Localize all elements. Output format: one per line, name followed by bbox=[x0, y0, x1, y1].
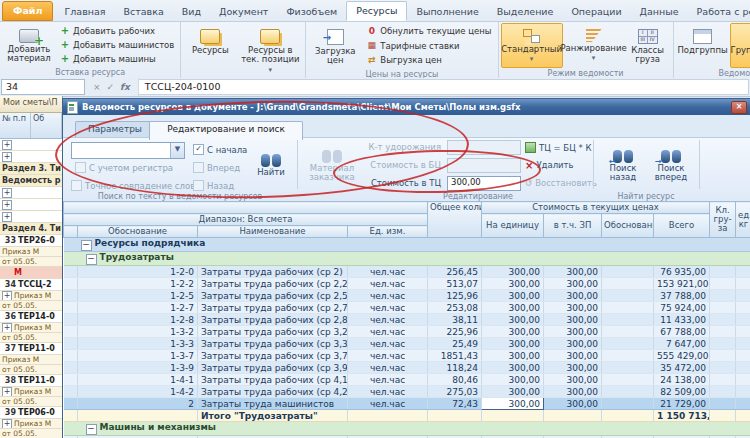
cell-qty[interactable]: 256,45 bbox=[428, 266, 482, 278]
estimate-row-entry[interactable]: 36ТЕР14-0 bbox=[0, 311, 62, 323]
row-gutter[interactable] bbox=[64, 350, 78, 362]
table-row[interactable]: 1-2-7Затраты труда рабочих (ср 2,7)чел.ч… bbox=[64, 302, 750, 314]
estimate-row-entry[interactable]: 33ТЕР26-0 bbox=[0, 235, 62, 247]
add-machines-button[interactable]: +Добавить машины bbox=[58, 54, 176, 64]
cell-qty[interactable]: 1851,43 bbox=[428, 350, 482, 362]
collapse-minus-icon[interactable]: − bbox=[86, 424, 97, 435]
ribbon-tab-Главная[interactable]: Главная bbox=[55, 3, 114, 21]
cell-name[interactable]: Затраты труда рабочих (ср 2,2) bbox=[198, 278, 348, 290]
row-gutter[interactable] bbox=[64, 266, 78, 278]
row-gutter[interactable] bbox=[64, 290, 78, 302]
cell-qty[interactable]: 275,03 bbox=[428, 386, 482, 398]
estimate-row-entry[interactable]: 38ТЕР11-0 bbox=[0, 375, 62, 387]
table-row[interactable]: 1-3-2Затраты труда рабочих (ср 3,2)чел.ч… bbox=[64, 326, 750, 338]
cell-price-just[interactable] bbox=[602, 374, 654, 386]
cell-unit[interactable]: чел.час bbox=[348, 338, 428, 350]
cell-code[interactable]: 1-3-9 bbox=[78, 362, 198, 374]
cell-total[interactable]: 37 788,00 bbox=[654, 290, 710, 302]
estimate-row-sub[interactable]: от 05.05. bbox=[0, 257, 62, 267]
cell-cargo[interactable] bbox=[710, 362, 736, 374]
row-gutter[interactable] bbox=[64, 326, 78, 338]
table-row[interactable]: 1-3-9Затраты труда рабочих (ср 3,9)чел.ч… bbox=[64, 362, 750, 374]
cell-qty[interactable]: 25,49 bbox=[428, 338, 482, 350]
cell-price-just[interactable] bbox=[602, 302, 654, 314]
cell-name[interactable]: Затраты труда рабочих (ср 2,5) bbox=[198, 290, 348, 302]
cell-price-just[interactable] bbox=[602, 398, 654, 410]
cell-total[interactable]: 21 729,00 bbox=[654, 398, 710, 410]
cell-cargo[interactable] bbox=[710, 278, 736, 290]
cell-mass[interactable] bbox=[736, 386, 750, 398]
cancel-entry-icon[interactable]: × bbox=[93, 82, 101, 92]
cell-unit[interactable]: чел.час bbox=[348, 398, 428, 410]
cargo-classes-button[interactable]: IIIIIIIV Классы груза bbox=[625, 23, 671, 68]
cell-unit[interactable]: чел.час bbox=[348, 386, 428, 398]
estimate-row-sub[interactable]: от 05.05. bbox=[0, 397, 62, 407]
search-forward-button[interactable]: → Поиск вперед bbox=[649, 140, 693, 192]
estimate-row-plus[interactable]: + bbox=[0, 139, 62, 151]
estimate-row-sub[interactable]: от 05.05. bbox=[0, 333, 62, 343]
cell-total[interactable]: 7 647,00 bbox=[654, 338, 710, 350]
ribbon-tab-Выполнение[interactable]: Выполнение bbox=[407, 3, 487, 21]
customer-material-button[interactable]: Материал заказчика bbox=[305, 140, 359, 192]
table-row[interactable]: 1-4-1Затраты труда рабочих (ср 4,1)чел.ч… bbox=[64, 374, 750, 386]
cell-per-unit[interactable]: 300,00 bbox=[482, 266, 544, 278]
exact-match-checkbox[interactable]: Точное совпадение слов bbox=[71, 180, 195, 191]
cell-mass[interactable] bbox=[736, 266, 750, 278]
cell-zp[interactable]: 300,00 bbox=[544, 338, 602, 350]
cell-mass[interactable] bbox=[736, 338, 750, 350]
header-unit-mass[interactable]: ед. кг bbox=[736, 202, 750, 238]
cell-qty[interactable]: 38,11 bbox=[428, 314, 482, 326]
estimate-row-plus[interactable]: + bbox=[0, 151, 62, 163]
cell-cargo[interactable] bbox=[710, 266, 736, 278]
cell-qty[interactable]: 225,96 bbox=[428, 326, 482, 338]
cell-total[interactable]: 82 509,00 bbox=[654, 386, 710, 398]
cell-name[interactable]: Затраты труда рабочих (ср 4,2) bbox=[198, 386, 348, 398]
cell-per-unit[interactable]: 300,00 bbox=[482, 290, 544, 302]
cell-price-just[interactable] bbox=[602, 362, 654, 374]
cell-name[interactable]: Затраты труда машинистов bbox=[198, 398, 348, 410]
cell-price-just[interactable] bbox=[602, 326, 654, 338]
cell-mass[interactable] bbox=[736, 278, 750, 290]
row-gutter[interactable] bbox=[64, 238, 78, 252]
row-gutter[interactable] bbox=[64, 314, 78, 326]
cell-zp[interactable]: 300,00 bbox=[544, 314, 602, 326]
cell-unit[interactable]: чел.час bbox=[348, 290, 428, 302]
cell-per-unit[interactable]: 300,00 bbox=[482, 374, 544, 386]
header-unit[interactable]: Ед. изм. bbox=[348, 226, 428, 238]
chevron-down-icon[interactable]: ▼ bbox=[170, 143, 184, 158]
estimate-row-plus[interactable]: + bbox=[0, 187, 62, 199]
table-row[interactable]: −Ресурсы подрядчика bbox=[64, 238, 750, 252]
expand-plus-icon[interactable]: + bbox=[2, 323, 12, 333]
table-row[interactable]: 1-2-2Затраты труда рабочих (ср 2,2)чел.ч… bbox=[64, 278, 750, 290]
header-range[interactable]: Диапазон: Вся смета bbox=[64, 214, 428, 226]
markup-factor-field[interactable] bbox=[447, 140, 521, 155]
cell-unit[interactable]: чел.час bbox=[348, 326, 428, 338]
cell-mass[interactable] bbox=[736, 302, 750, 314]
ribbon-tab-Вставка[interactable]: Вставка bbox=[115, 3, 173, 21]
cell-qty[interactable]: 125,96 bbox=[428, 290, 482, 302]
estimate-row-section[interactable]: Раздел 4. Ти bbox=[0, 223, 62, 235]
standard-mode-button[interactable]: Стандартный▾ bbox=[501, 23, 563, 68]
find-button[interactable]: Найти bbox=[251, 140, 291, 192]
ribbon-tab-Ресурсы[interactable]: Ресурсы bbox=[346, 1, 407, 21]
expand-plus-icon[interactable]: + bbox=[2, 212, 12, 222]
estimate-row-marker[interactable]: М bbox=[0, 267, 62, 279]
cell-mass[interactable] bbox=[736, 362, 750, 374]
cell-cargo[interactable] bbox=[710, 374, 736, 386]
cell-per-unit[interactable]: 300,00 bbox=[482, 386, 544, 398]
cell-price-just[interactable] bbox=[602, 386, 654, 398]
cell-unit[interactable]: чел.час bbox=[348, 302, 428, 314]
cell-name[interactable]: Затраты труда рабочих (ср 3,3) bbox=[198, 338, 348, 350]
table-row[interactable]: −Трудозатраты bbox=[64, 252, 750, 266]
table-row[interactable]: −Машины и механизмы bbox=[64, 422, 750, 436]
file-tab[interactable]: Файл bbox=[2, 1, 53, 21]
cell-cargo[interactable] bbox=[710, 314, 736, 326]
cell-price-just[interactable] bbox=[602, 350, 654, 362]
tc-equals-bc-option[interactable]: ТЦ = БЦ * К bbox=[525, 142, 591, 153]
cell-mass[interactable] bbox=[736, 398, 750, 410]
delete-button[interactable]: ×Удалить bbox=[525, 160, 574, 170]
cell-zp[interactable]: 300,00 bbox=[544, 350, 602, 362]
cell-name[interactable]: Затраты труда рабочих (ср 3,7) bbox=[198, 350, 348, 362]
reset-current-prices-button[interactable]: 0Обнулить текущие цены bbox=[364, 26, 493, 37]
row-gutter[interactable] bbox=[64, 252, 78, 266]
